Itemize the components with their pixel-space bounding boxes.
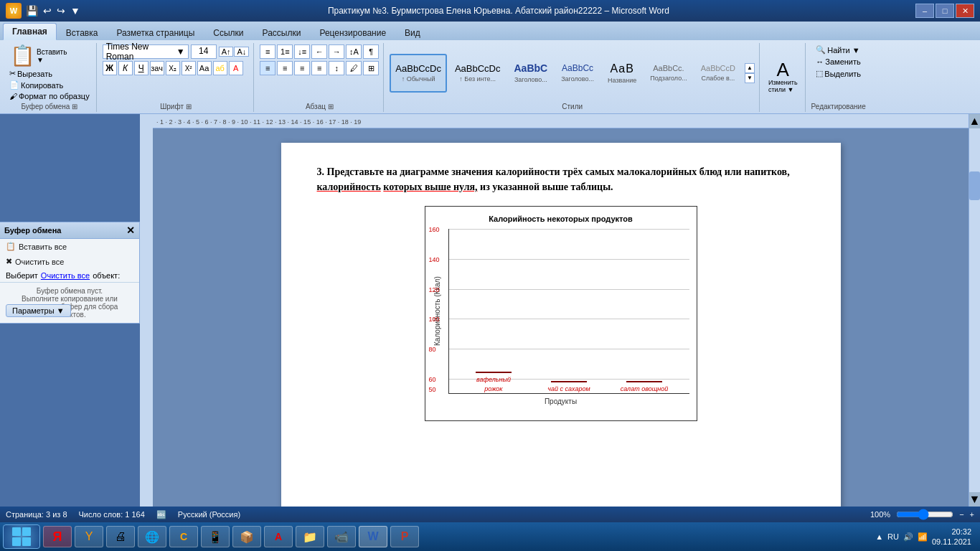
scroll-down-button[interactable]: ▼ [969,492,980,507]
taskbar-acrobat[interactable]: A [264,526,293,547]
style-subtitle[interactable]: AaBbCc. Подзаголо... [644,54,692,93]
sort-button[interactable]: ↕A [346,44,362,59]
change-styles-button[interactable]: A Изменитьстили ▼ [765,59,801,95]
strikethrough-button[interactable]: зач [150,61,164,75]
text-effects-button[interactable]: Аа [197,61,212,75]
minimize-button[interactable]: – [915,4,934,18]
style-heading2[interactable]: AaBbCc Заголово... [555,54,600,93]
taskbar-powerpoint[interactable]: P [390,526,419,547]
status-bar: Страница: 3 из 8 Число слов: 1 164 🔤 Рус… [0,507,980,522]
styles-buttons: AaBbCcDc ↑ Обычный AaBbCcDc ↑ Без инте..… [390,54,755,93]
clipboard-panel-header: Буфер обмена ✕ [0,222,139,239]
align-right-button[interactable]: ≡ [294,61,310,75]
undo-button[interactable]: ↩ [42,4,53,18]
zoom-slider[interactable] [896,509,953,520]
style-title[interactable]: АаВ Название [602,54,642,93]
style-no-spacing[interactable]: AaBbCcDc ↑ Без инте... [449,54,507,93]
numbering-button[interactable]: 1≡ [277,44,293,59]
bold-button[interactable]: Ж [103,61,117,75]
taskbar-folder[interactable]: 📁 [296,526,324,547]
taskbar-zoom[interactable]: 📹 [327,526,356,547]
customize-button[interactable]: ▼ [69,4,82,18]
copy-button[interactable]: 📄 Копировать [7,80,65,90]
tab-mailings[interactable]: Рассылки [253,24,311,40]
find-button[interactable]: 🔍 Найти ▼ [814,44,862,55]
shading-button[interactable]: 🖊 [346,61,362,75]
taskbar-viber[interactable]: 📱 [201,526,230,547]
tray-expand[interactable]: ▲ [875,532,883,541]
tab-references[interactable]: Ссылки [204,24,253,40]
taskbar-word[interactable]: W [359,526,387,547]
taskbar-chrome[interactable]: 🌐 [138,526,166,547]
taskbar-c[interactable]: C [169,526,198,547]
paste-button[interactable]: 📋 Вставить▼ [7,44,70,67]
style-subtle-em-label: Слабое в... [701,75,735,82]
tab-review[interactable]: Рецензирование [310,24,395,40]
decrease-indent-button[interactable]: ← [311,44,327,59]
bar-chay: чай с сахаром [544,381,594,394]
format-painter-button[interactable]: 🖌 Формат по образцу [7,91,92,101]
font-size-selector[interactable]: 14 [191,44,217,59]
chart-inner: 160 140 120 100 [448,229,689,394]
clipboard-panel-close[interactable]: ✕ [126,225,135,236]
font-name-dropdown-icon[interactable]: ▼ [176,47,185,57]
tab-insert[interactable]: Вставка [57,24,108,40]
highlight-button[interactable]: аб [213,61,227,75]
start-button[interactable] [3,524,40,549]
styles-scroll-down[interactable]: ▼ [745,73,755,83]
document-scroll-area[interactable]: 3. Представьте на диаграмме значения кал… [153,128,969,507]
printer-icon: 🖨 [115,530,126,543]
copy-icon: 📄 [9,80,19,90]
show-formatting-button[interactable]: ¶ [363,44,379,59]
style-normal[interactable]: AaBbCcDc ↑ Обычный [390,54,447,93]
top-ruler-svg: · 1 · 2 · 3 · 4 · 5 · 6 · 7 · 8 · 9 · 10… [153,114,969,128]
scroll-up-button[interactable]: ▲ [969,114,980,128]
align-center-button[interactable]: ≡ [277,61,293,75]
word-icon: W [367,530,378,543]
document-title: Практикум №3. Бурмистрова Елена Юрьевна.… [82,6,915,16]
taskbar-printer[interactable]: 🖨 [106,526,135,547]
italic-button[interactable]: К [118,61,133,75]
save-button[interactable]: 💾 [24,4,39,18]
decrease-font-button[interactable]: A↓ [234,47,249,57]
select-button[interactable]: ⬚ Выделить [814,68,863,79]
font-name-selector[interactable]: Times New Roman ▼ [103,44,189,59]
params-button[interactable]: Параметры ▼ [6,304,71,317]
tab-home[interactable]: Главная [3,23,57,40]
maximize-button[interactable]: □ [936,4,954,18]
redo-button[interactable]: ↪ [55,4,67,18]
align-left-button[interactable]: ≡ [260,61,275,75]
paste-all-button[interactable]: 📋 Вставить все [0,239,139,254]
style-heading1[interactable]: AaBbC Заголово... [508,54,553,93]
bullets-button[interactable]: ≡ [260,44,275,59]
taskbar-yandex-browser[interactable]: Y [75,526,103,547]
tab-view[interactable]: Вид [395,24,430,40]
clipboard-expand-icon[interactable]: ⊞ [72,103,77,110]
clear-all-button[interactable]: ✖ Очистить все [0,254,139,269]
font-color-button[interactable]: А [229,61,243,75]
zoom-in-icon[interactable]: + [970,510,974,519]
multilevel-list-button[interactable]: ↓≡ [294,44,310,59]
style-subtle-em[interactable]: AaBbCcD Слабое в... [695,54,741,93]
increase-indent-button[interactable]: → [329,44,344,59]
taskbar-yandex[interactable]: Я [43,526,72,547]
clear-all-link[interactable]: Очистить все [41,271,90,280]
x-axis-label: Продукты [433,397,689,407]
right-scrollbar[interactable]: ▲ ▼ [969,114,980,507]
justify-button[interactable]: ≡ [311,61,327,75]
replace-button[interactable]: ↔ Заменить [814,57,862,67]
tab-page-layout[interactable]: Разметка страницы [107,24,204,40]
zoom-out-icon[interactable]: − [959,510,963,519]
increase-font-button[interactable]: A↑ [219,47,234,57]
subscript-button[interactable]: X₂ [166,61,180,75]
scroll-thumb[interactable] [969,171,980,200]
line-spacing-button[interactable]: ↕ [329,61,344,75]
superscript-button[interactable]: X² [182,61,196,75]
styles-scroll-up[interactable]: ▲ [745,63,755,73]
ribbon-group-paragraph: ≡ 1≡ ↓≡ ← → ↕A ¶ ≡ ≡ ≡ ≡ ↕ 🖊 ⊞ [255,43,384,112]
borders-button[interactable]: ⊞ [363,61,379,75]
underline-button[interactable]: Ч [134,61,149,75]
taskbar-box[interactable]: 📦 [232,526,261,547]
close-button[interactable]: ✕ [956,4,974,18]
cut-button[interactable]: ✂ Вырезать [7,68,55,79]
